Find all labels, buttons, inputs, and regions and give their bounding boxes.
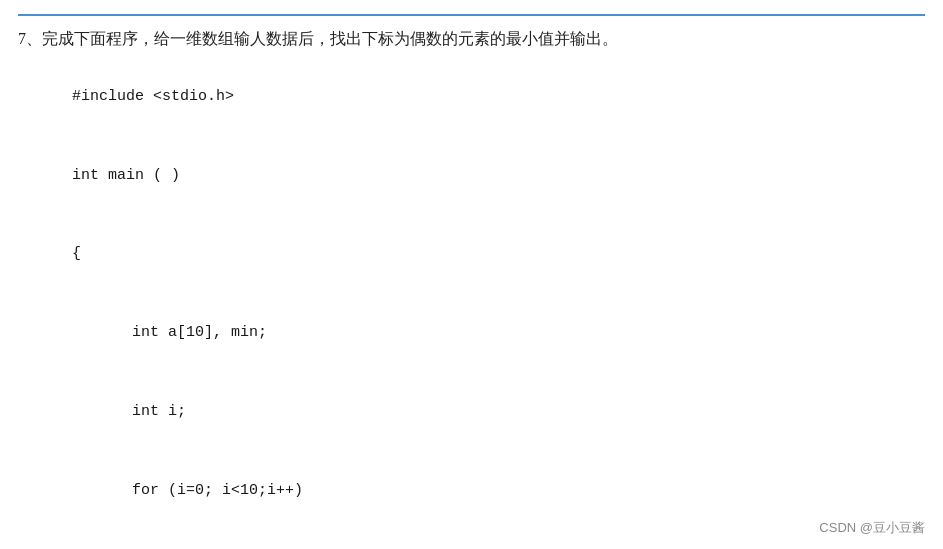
line4: ;	[18, 530, 925, 549]
watermark: CSDN @豆小豆酱	[819, 519, 925, 537]
page-container: 7、完成下面程序，给一维数组输人数据后，找出下标为偶数的元素的最小值并输出。 #…	[0, 0, 943, 549]
line2: int i;	[18, 373, 925, 452]
line3-text: for (i=0; i<10;i++)	[132, 482, 303, 499]
line1-text: int a[10], min;	[132, 324, 267, 341]
line2-text: int i;	[132, 403, 186, 420]
include-text: #include <stdio.h>	[72, 88, 234, 105]
line1: int a[10], min;	[18, 294, 925, 373]
line3: for (i=0; i<10;i++)	[18, 451, 925, 530]
include-line: #include <stdio.h>	[18, 58, 925, 137]
question-text: 7、完成下面程序，给一维数组输人数据后，找出下标为偶数的元素的最小值并输出。	[18, 26, 925, 52]
main-text: int main ( )	[72, 167, 180, 184]
brace-open-line: {	[18, 215, 925, 294]
brace-open-text: {	[72, 245, 81, 262]
top-border	[18, 14, 925, 16]
main-line: int main ( )	[18, 136, 925, 215]
code-block: #include <stdio.h> int main ( ) { int a[…	[18, 58, 925, 549]
